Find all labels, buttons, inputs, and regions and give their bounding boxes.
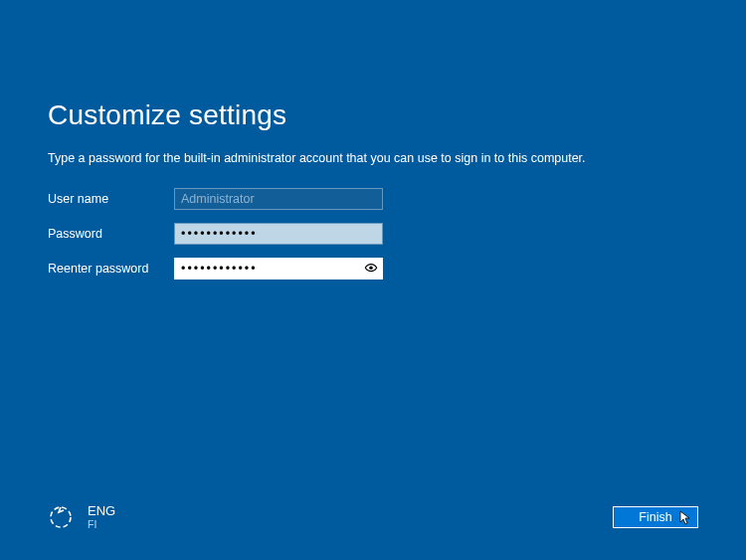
ease-of-access-icon[interactable] (48, 504, 74, 530)
password-field[interactable] (174, 223, 383, 245)
page-title: Customize settings (48, 99, 698, 131)
language-code: ENG (88, 504, 115, 518)
svg-point-1 (51, 507, 71, 527)
reveal-password-icon[interactable] (364, 262, 378, 276)
keyboard-layout: FI (88, 518, 115, 530)
username-label: User name (48, 192, 174, 206)
password-label: Password (48, 227, 174, 241)
password-row: Password (48, 222, 698, 246)
reenter-password-field[interactable] (174, 258, 383, 280)
instruction-text: Type a password for the built-in adminis… (48, 151, 698, 165)
username-row: User name (48, 187, 698, 211)
reenter-row: Reenter password (48, 257, 698, 280)
svg-point-0 (369, 266, 373, 270)
finish-button-label: Finish (639, 510, 671, 524)
cursor-icon (679, 510, 691, 526)
finish-button[interactable]: Finish (613, 506, 698, 528)
language-selector[interactable]: ENG FI (88, 504, 115, 530)
username-field (174, 188, 383, 210)
reenter-label: Reenter password (48, 262, 174, 276)
